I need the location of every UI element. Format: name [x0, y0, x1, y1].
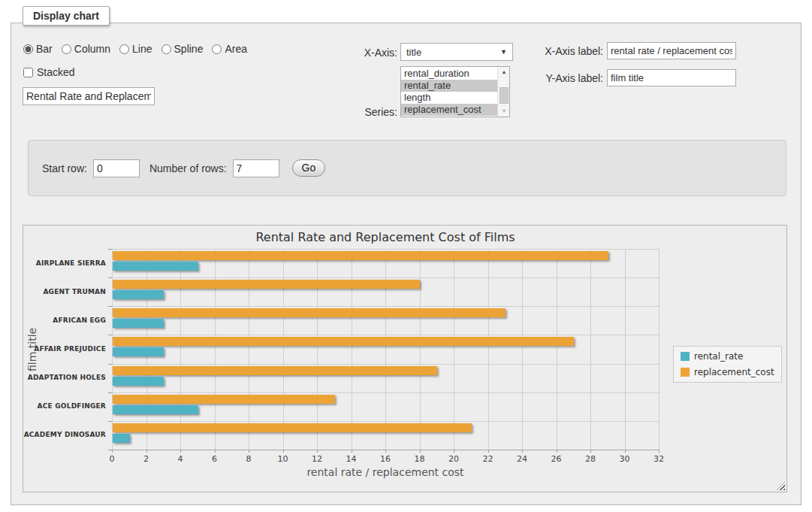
chart-x-axis-title: rental rate / replacement cost [112, 466, 659, 478]
series-listbox[interactable]: rental_durationrental_ratelengthreplacem… [400, 66, 510, 117]
x-axis-tick-label: 26 [542, 454, 572, 464]
bar-rental_rate [113, 347, 164, 356]
scroll-down-icon[interactable]: ▼ [498, 106, 510, 117]
scroll-up-icon[interactable]: ▲ [498, 67, 510, 77]
series-option-rental_rate[interactable]: rental_rate [401, 80, 497, 92]
y-axis-tick [108, 249, 112, 250]
y-axis-tick [108, 364, 112, 365]
chart-type-option-bar[interactable]: Bar [23, 43, 53, 55]
gridline-vertical [249, 249, 249, 450]
bar-replacement_cost [113, 308, 506, 317]
chart-type-radio-bar[interactable] [23, 44, 33, 54]
chart-type-option-line[interactable]: Line [119, 43, 152, 55]
start-row-label: Start row: [42, 162, 87, 174]
scrollbar-thumb[interactable] [500, 87, 509, 104]
x-axis-label-label: X-Axis label: [518, 45, 603, 57]
gridline-vertical [454, 249, 454, 450]
legend-swatch-replacement_cost [681, 368, 690, 377]
x-axis-tick-label: 30 [610, 454, 640, 464]
chart-type-option-spline[interactable]: Spline [161, 43, 204, 55]
x-axis-tick-label: 12 [302, 454, 332, 464]
series-option-replacement_cost[interactable]: replacement_cost [401, 104, 497, 116]
gridline-horizontal [112, 249, 659, 250]
chart-type-options: BarColumnLineSplineArea [23, 43, 247, 55]
row-range-panel: Start row: Number of rows: Go [28, 140, 786, 196]
chart-type-option-label: Spline [174, 43, 204, 55]
bar-replacement_cost [113, 423, 472, 432]
x-axis-tick-label: 18 [405, 454, 435, 464]
chart-type-option-column[interactable]: Column [62, 43, 110, 55]
x-axis-tick-label: 6 [200, 454, 230, 464]
category-label: AGENT TRUMAN [23, 288, 106, 295]
gridline-vertical [420, 249, 421, 450]
stacked-label: Stacked [37, 66, 75, 78]
resize-handle[interactable] [777, 482, 785, 490]
y-axis-tick [108, 335, 112, 335]
num-rows-input[interactable] [233, 159, 279, 177]
gridline-horizontal [112, 364, 659, 365]
bar-replacement_cost [113, 251, 608, 260]
num-rows-label: Number of rows: [149, 162, 227, 174]
x-axis-select-label: X-Axis: [323, 47, 397, 59]
select-dropdown-arrow-icon: ▼ [500, 48, 507, 56]
chart-type-option-label: Bar [36, 43, 53, 55]
chart-type-radio-line[interactable] [119, 44, 129, 54]
series-option-length[interactable]: length [401, 92, 497, 104]
gridline-horizontal [112, 392, 659, 393]
start-row-input[interactable] [93, 159, 140, 177]
chart-legend: rental_ratereplacement_cost [673, 346, 782, 383]
x-axis-tick-label: 14 [337, 454, 367, 464]
x-axis-tick-label: 0 [97, 454, 127, 464]
x-axis-tick-label: 28 [575, 454, 605, 464]
x-axis-tick-label: 2 [131, 454, 161, 464]
category-label: ACE GOLDFINGER [23, 402, 106, 410]
y-axis-tick [108, 421, 112, 422]
go-button[interactable]: Go [292, 159, 326, 177]
x-axis-tick-label: 24 [507, 454, 537, 464]
x-axis-select[interactable]: title ▼ [400, 43, 513, 61]
x-axis-tick-label: 4 [165, 454, 195, 464]
chart-title-input[interactable] [23, 87, 155, 105]
x-axis-tick-label: 32 [644, 454, 674, 464]
legend-item-rental_rate[interactable]: rental_rate [681, 351, 774, 362]
stacked-option[interactable]: Stacked [23, 66, 75, 78]
category-label: ACADEMY DINOSAUR [23, 431, 106, 438]
legend-swatch-rental_rate [681, 352, 690, 361]
chart-type-option-area[interactable]: Area [212, 43, 247, 55]
gridline-horizontal [112, 421, 659, 422]
legend-label: replacement_cost [694, 367, 774, 377]
y-axis-tick [108, 306, 112, 307]
bar-replacement_cost [113, 337, 574, 346]
chart-type-radio-column[interactable] [62, 44, 71, 54]
bar-rental_rate [113, 434, 130, 443]
stacked-checkbox[interactable] [23, 68, 33, 77]
gridline-vertical [215, 249, 216, 450]
chart-panel: Rental Rate and Replacement Cost of Film… [23, 225, 787, 492]
chart-type-radio-area[interactable] [212, 44, 222, 54]
gridline-vertical [557, 249, 557, 450]
chart-title: Rental Rate and Replacement Cost of Film… [112, 230, 659, 244]
gridline-vertical [488, 249, 489, 450]
x-axis-selected-value: title [406, 47, 421, 58]
gridline-vertical [625, 249, 626, 450]
bar-rental_rate [113, 405, 198, 414]
series-option-rental_duration[interactable]: rental_duration [401, 68, 497, 80]
gridline-vertical [317, 249, 318, 450]
x-axis-label-input[interactable] [607, 42, 736, 59]
series-scrollbar[interactable]: ▲ ▼ [497, 67, 509, 117]
y-axis-label-label: Y-Axis label: [518, 72, 603, 84]
x-axis-tick-label: 10 [268, 454, 298, 464]
x-axis-line [112, 450, 659, 450]
gridline-horizontal [112, 306, 659, 307]
chart-type-radio-spline[interactable] [161, 44, 171, 54]
y-axis-tick [108, 392, 112, 393]
y-axis-label-input[interactable] [607, 69, 736, 86]
category-label: AIRPLANE SIERRA [23, 259, 106, 267]
legend-item-replacement_cost[interactable]: replacement_cost [681, 367, 774, 377]
gridline-vertical [590, 249, 591, 450]
x-axis-tick-label: 8 [234, 454, 264, 464]
bar-replacement_cost [113, 280, 420, 289]
x-axis-tick [659, 450, 660, 453]
gridline-vertical [180, 249, 181, 450]
bar-replacement_cost [113, 395, 335, 404]
